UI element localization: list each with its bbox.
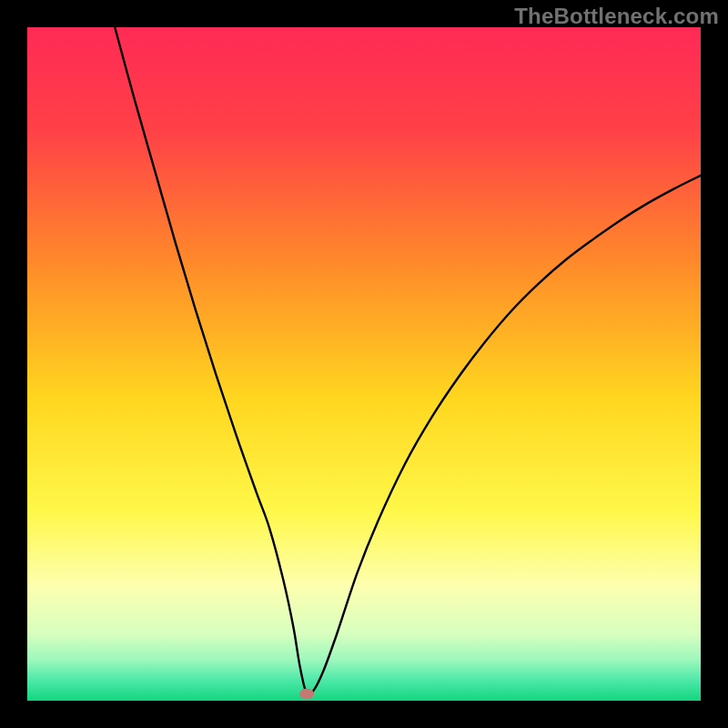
- marker-dot: [299, 689, 314, 700]
- watermark-text: TheBottleneck.com: [514, 4, 719, 29]
- chart-frame: TheBottleneck.com: [0, 0, 728, 728]
- plot-area: [27, 27, 701, 701]
- chart-svg: [27, 27, 701, 701]
- gradient-background: [27, 27, 701, 701]
